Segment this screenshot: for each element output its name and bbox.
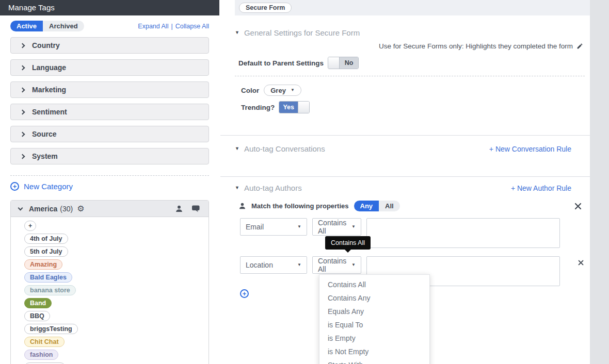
page-title: Manage Tags: [0, 0, 219, 15]
close-rule-icon[interactable]: [574, 203, 582, 210]
category-accordion-sentiment[interactable]: Sentiment: [10, 104, 209, 120]
tag-pill[interactable]: Bald Eagles: [24, 272, 72, 283]
field-value: Email: [246, 223, 264, 231]
tab-archived[interactable]: Archived: [43, 21, 84, 31]
default-to-parent-label: Default to Parent Settings: [238, 59, 324, 67]
any-all-toggle: Any All: [354, 201, 400, 211]
expand-all-link[interactable]: Expand All: [138, 23, 168, 30]
tabs-row: Active Archived Expand All | Collapse Al…: [10, 21, 209, 31]
category-accordion-source[interactable]: Source: [10, 126, 209, 142]
description-text: Use for Secure Forms only: Highlights th…: [379, 42, 573, 50]
tag-pill[interactable]: Amazing: [24, 259, 62, 270]
operator-option[interactable]: is Not Empty: [319, 345, 429, 358]
field-select-row2[interactable]: Location ▼: [240, 256, 307, 274]
default-to-parent-row: Default to Parent Settings No: [238, 57, 359, 69]
match-properties-row: Match the following properties Any All: [238, 201, 582, 211]
operator-option[interactable]: is Equal To: [319, 318, 429, 332]
new-category-label: New Category: [24, 182, 73, 191]
edit-pencil-icon[interactable]: [576, 43, 583, 49]
category-name: America: [29, 205, 57, 213]
triangle-down-icon: ▼: [235, 30, 239, 35]
auto-tag-conversations-header[interactable]: ▼ Auto-tag Conversations: [235, 144, 325, 153]
category-header-icons: [175, 205, 201, 213]
operator-option[interactable]: Contains All: [319, 278, 429, 291]
category-label: Sentiment: [32, 108, 67, 116]
match-properties-label: Match the following properties: [251, 202, 349, 210]
category-label: Language: [32, 63, 66, 72]
general-settings-label: General Settings for Secure Form: [244, 28, 360, 37]
operator-dropdown-menu: Contains AllContains AnyEquals Anyis Equ…: [319, 274, 430, 364]
tag-pill[interactable]: BBQ: [24, 311, 50, 321]
auto-tag-conversations-label: Auto-tag Conversations: [244, 144, 325, 153]
tag-pill[interactable]: briggsTesting: [24, 324, 78, 334]
new-conversation-rule-link[interactable]: + New Conversation Rule: [489, 145, 571, 153]
color-row: Color Grey ▼: [241, 85, 301, 96]
color-select[interactable]: Grey ▼: [264, 85, 301, 96]
new-category-button[interactable]: + New Category: [10, 182, 73, 191]
conversation-bubble-icon[interactable]: [191, 205, 201, 213]
operator-option[interactable]: Contains Any: [319, 291, 429, 305]
category-accordion-language[interactable]: Language: [10, 59, 209, 76]
category-accordion-marketing[interactable]: Marketing: [10, 81, 209, 98]
auto-tag-authors-row: ▼ Auto-tag Authors + New Author Rule: [235, 184, 571, 192]
field-select-row1[interactable]: Email ▼: [240, 218, 307, 236]
triangle-down-icon: ▼: [297, 263, 301, 267]
tag-pill[interactable]: fashion: [24, 350, 58, 360]
chevron-down-icon: [18, 205, 23, 210]
expand-collapse-links: Expand All | Collapse All: [138, 23, 209, 30]
value-textarea-row1[interactable]: [366, 218, 560, 248]
tag-pill[interactable]: Band: [24, 298, 52, 308]
tag-pill[interactable]: 4th of July: [24, 234, 68, 244]
general-dashed-divider: [235, 76, 585, 76]
category-label: Source: [32, 130, 56, 138]
tags-sidebar: Manage Tags Active Archived Expand All |…: [0, 0, 219, 364]
trending-row: Trending? Yes: [241, 101, 310, 113]
chevron-right-icon: [20, 87, 25, 92]
tab-active[interactable]: Active: [10, 21, 43, 31]
collapse-all-link[interactable]: Collapse All: [175, 23, 209, 30]
operator-option[interactable]: Equals Any: [319, 305, 429, 318]
tag-pill[interactable]: Chit Chat: [24, 337, 65, 347]
operator-value: Contains All: [318, 257, 351, 273]
chevron-right-icon: [20, 109, 25, 114]
section-divider: [220, 135, 590, 136]
right-gutter: [590, 0, 609, 364]
category-card-america: America (30) ⚙ +4th of July5th of JulyAm…: [10, 200, 209, 364]
new-author-rule-link[interactable]: + New Author Rule: [511, 184, 571, 192]
selected-tag-chip[interactable]: Secure Form: [239, 3, 292, 13]
operator-option[interactable]: Starts With: [319, 358, 429, 364]
selected-tag-band: Secure Form: [235, 0, 590, 15]
triangle-down-icon: ▼: [297, 225, 301, 229]
tag-pill[interactable]: 5th of July: [24, 246, 68, 257]
category-accordion-system[interactable]: System: [10, 148, 209, 164]
operator-option[interactable]: is Empty: [319, 332, 429, 345]
toggle-knob: [328, 57, 340, 69]
tag-description: Use for Secure Forms only: Highlights th…: [379, 42, 583, 50]
add-property-row-button[interactable]: +: [240, 289, 249, 298]
author-person-icon[interactable]: [175, 205, 183, 213]
remove-row-icon[interactable]: [578, 260, 584, 266]
manage-tags-app: Manage Tags Active Archived Expand All |…: [0, 0, 609, 364]
toggle-knob: [298, 102, 309, 113]
chevron-right-icon: [20, 154, 25, 159]
match-any-option[interactable]: Any: [354, 201, 379, 211]
general-settings-header[interactable]: ▼ General Settings for Secure Form: [235, 28, 360, 37]
trending-label: Trending?: [241, 104, 275, 111]
category-accordion-country[interactable]: Country: [10, 37, 209, 54]
operator-select-row2[interactable]: Contains All ▼: [312, 256, 361, 274]
triangle-down-icon: ▼: [291, 88, 295, 92]
operator-tooltip: Contains All: [325, 236, 371, 250]
category-header-america[interactable]: America (30) ⚙: [11, 201, 209, 217]
add-tag-button[interactable]: +: [24, 221, 36, 231]
tag-pill[interactable]: banana store: [24, 285, 76, 295]
tag-detail-panel: Secure Form ▼ General Settings for Secur…: [219, 0, 590, 364]
match-all-option[interactable]: All: [379, 201, 400, 211]
operator-select-row1[interactable]: Contains All ▼: [312, 218, 361, 236]
trending-toggle[interactable]: Yes: [279, 101, 310, 113]
category-label: Country: [32, 41, 60, 49]
gear-icon[interactable]: ⚙: [77, 205, 84, 213]
auto-tag-authors-header[interactable]: ▼ Auto-tag Authors: [235, 184, 302, 192]
sidebar-dashed-divider: [10, 175, 209, 176]
default-to-parent-toggle[interactable]: No: [328, 57, 359, 69]
toggle-off-label: No: [340, 57, 358, 69]
